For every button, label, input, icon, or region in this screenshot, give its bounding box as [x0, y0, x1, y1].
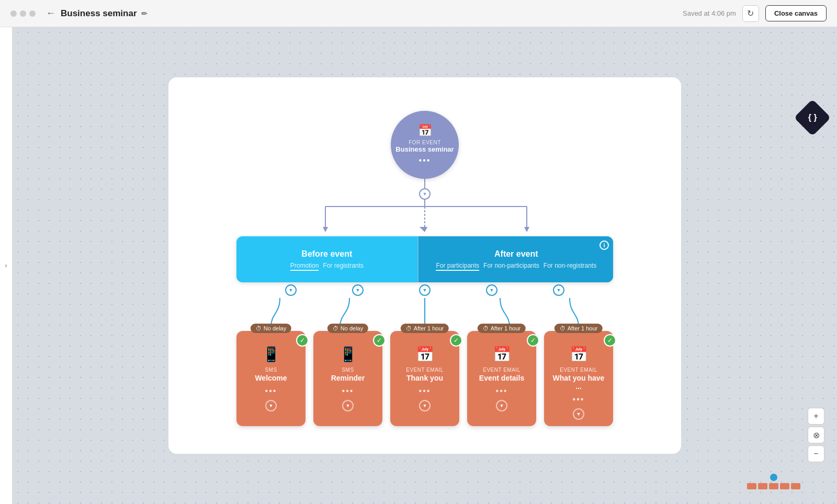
card-5-type: EVENT EMAIL	[560, 367, 597, 373]
cards-connector-svg	[236, 298, 613, 327]
chevron-5[interactable]: ▼	[553, 284, 564, 296]
card-5-delay: ⏱ After 1 hour	[555, 324, 603, 333]
main-area: › { } 📅 FOR EVENT Business seminar •••	[0, 27, 837, 504]
card-1-dots: •••	[265, 386, 277, 396]
card-sms-welcome[interactable]: ⏱ No delay ✓ 📱 SMS Welcome ••• ▼	[236, 331, 306, 426]
chevrons-row: ▼ ▼ ▼ ▼ ▼	[236, 284, 613, 296]
root-chevron[interactable]: ▼	[419, 188, 431, 200]
maximize-dot	[29, 10, 36, 17]
after-event-label: After event	[494, 249, 538, 259]
for-participants-tab[interactable]: For participants	[436, 262, 479, 269]
info-icon[interactable]: i	[600, 240, 609, 250]
card-4-type: EVENT EMAIL	[483, 367, 520, 373]
window-controls	[10, 10, 36, 17]
card-4-bottom-chevron[interactable]: ▼	[496, 400, 507, 411]
card-5-dots: •••	[573, 395, 585, 404]
card-event-email-whatyouhave[interactable]: ⏱ After 1 hour ✓ 📅 EVENT EMAIL What you …	[544, 331, 613, 426]
card-2-check: ✓	[373, 334, 386, 347]
sidebar-arrow-icon: ›	[5, 262, 7, 269]
card-event-email-thankyou[interactable]: ⏱ After 1 hour ✓ 📅 EVENT EMAIL Thank you…	[390, 331, 459, 426]
close-dot	[10, 10, 17, 17]
clock-icon-2: ⏱	[333, 325, 338, 331]
card-2-name: Reminder	[331, 374, 365, 382]
zoom-out-button[interactable]: −	[808, 445, 824, 462]
card-3-dots: •••	[419, 386, 431, 396]
root-vline-top	[424, 179, 425, 188]
card-3-bottom-chevron[interactable]: ▼	[419, 400, 431, 411]
refresh-button[interactable]: ↻	[742, 5, 759, 22]
clock-icon: ⏱	[256, 325, 262, 331]
sidebar-toggle[interactable]: ›	[0, 27, 13, 504]
card-event-email-details[interactable]: ⏱ After 1 hour ✓ 📅 EVENT EMAIL Event det…	[467, 331, 536, 426]
card-4-name: Event details	[479, 374, 524, 382]
for-registrants-tab[interactable]: For registrants	[323, 262, 363, 269]
code-badge[interactable]: { }	[799, 105, 825, 131]
for-non-registrants-tab[interactable]: For non-registrants	[544, 262, 596, 269]
chevron-2[interactable]: ▼	[352, 284, 364, 296]
mini-bar-1	[747, 483, 756, 489]
zoom-reset-button[interactable]: ⊗	[808, 427, 824, 443]
card-3-icon: 📅	[416, 346, 434, 363]
card-3-check: ✓	[450, 334, 462, 347]
mini-bar-2	[758, 483, 767, 489]
card-5-check: ✓	[604, 334, 616, 347]
card-4-icon: 📅	[493, 346, 511, 363]
card-1-bottom-chevron[interactable]: ▼	[265, 400, 277, 411]
chevron-3[interactable]: ▼	[419, 284, 431, 296]
svg-marker-5	[420, 227, 427, 232]
clock-icon-5: ⏱	[560, 325, 565, 331]
root-node[interactable]: 📅 FOR EVENT Business seminar •••	[391, 111, 459, 179]
titlebar: ← Business seminar ✏ Saved at 4:06 pm ↻ …	[0, 0, 837, 27]
canvas-container: 📅 FOR EVENT Business seminar ••• ▼	[168, 77, 681, 454]
after-event-tabs: For participants For non-participants Fo…	[436, 262, 596, 269]
card-1-type: SMS	[265, 367, 277, 373]
split-bar[interactable]: Before event Promotion For registrants A…	[236, 236, 613, 282]
mini-bar-5	[791, 483, 800, 489]
before-event-label: Before event	[301, 249, 352, 259]
card-2-delay: ⏱ No delay	[327, 324, 368, 333]
for-non-participants-tab[interactable]: For non-participants	[483, 262, 539, 269]
root-node-icon: 📅	[418, 124, 432, 138]
card-4-dots: •••	[496, 386, 508, 396]
svg-marker-4	[323, 227, 328, 232]
canvas-area[interactable]: { } 📅 FOR EVENT Business seminar ••• ▼	[13, 27, 837, 504]
promotion-tab[interactable]: Promotion	[290, 262, 319, 269]
close-canvas-button[interactable]: Close canvas	[765, 5, 827, 21]
card-5-name: What you have ...	[549, 374, 608, 391]
chevron-4[interactable]: ▼	[486, 284, 497, 296]
edit-icon[interactable]: ✏	[141, 9, 148, 18]
root-node-label: FOR EVENT	[409, 140, 441, 145]
root-node-dots: •••	[419, 156, 431, 165]
svg-marker-6	[524, 227, 529, 232]
minimize-dot	[20, 10, 26, 17]
code-icon: { }	[808, 113, 817, 122]
mini-map-bars	[747, 483, 800, 489]
mini-map	[747, 474, 800, 489]
zoom-controls: + ⊗ −	[808, 408, 824, 462]
root-connector: ▼	[419, 179, 431, 206]
card-4-check: ✓	[527, 334, 539, 347]
back-button[interactable]: ←	[46, 8, 55, 19]
after-event-section[interactable]: After event For participants For non-par…	[418, 236, 613, 282]
card-3-delay: ⏱ After 1 hour	[401, 324, 449, 333]
card-sms-reminder[interactable]: ⏱ No delay ✓ 📱 SMS Reminder ••• ▼	[313, 331, 382, 426]
mini-bar-3	[769, 483, 778, 489]
chevron-1[interactable]: ▼	[285, 284, 297, 296]
card-3-type: EVENT EMAIL	[406, 367, 443, 373]
clock-icon-4: ⏱	[483, 325, 489, 331]
before-event-section[interactable]: Before event Promotion For registrants	[236, 236, 417, 282]
zoom-in-button[interactable]: +	[808, 408, 824, 425]
flow-diagram: 📅 FOR EVENT Business seminar ••• ▼	[168, 95, 681, 437]
clock-icon-3: ⏱	[406, 325, 412, 331]
card-2-bottom-chevron[interactable]: ▼	[342, 400, 354, 411]
page-title: Business seminar ✏	[61, 8, 148, 19]
card-5-bottom-chevron[interactable]: ▼	[573, 408, 584, 420]
root-node-name: Business seminar	[395, 145, 454, 154]
branch-area: Before event Promotion For registrants A…	[236, 206, 613, 426]
card-2-dots: •••	[342, 386, 354, 396]
card-1-delay: ⏱ No delay	[251, 324, 291, 333]
card-3-name: Thank you	[406, 374, 443, 382]
card-2-type: SMS	[342, 367, 354, 373]
titlebar-right: Saved at 4:06 pm ↻ Close canvas	[683, 5, 827, 22]
mini-map-dot	[770, 474, 777, 481]
